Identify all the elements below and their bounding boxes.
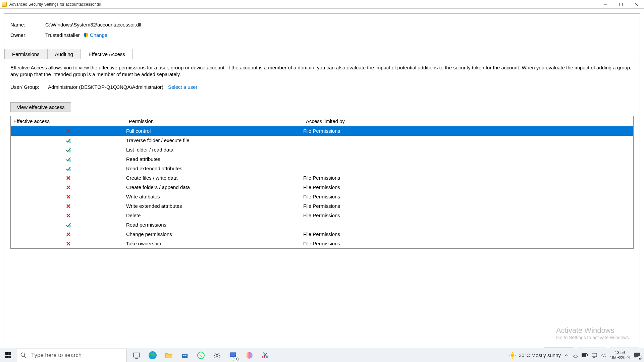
table-row[interactable]: DeleteFile Permissions xyxy=(11,211,633,220)
weather-widget[interactable]: 30°C Mostly sunny xyxy=(509,352,561,359)
owner-label: Owner: xyxy=(10,32,45,38)
svg-point-29 xyxy=(21,353,25,356)
close-button[interactable] xyxy=(629,0,644,9)
permission-cell: Change permissions xyxy=(126,231,303,237)
svg-point-41 xyxy=(246,352,253,359)
tab-auditing[interactable]: Auditing xyxy=(47,49,81,59)
table-row[interactable]: Read extended attributes xyxy=(11,164,633,173)
volume-icon[interactable] xyxy=(601,353,606,358)
watermark-subtitle: Go to Settings to activate Windows. xyxy=(556,335,630,340)
deny-icon xyxy=(11,232,126,237)
table-row[interactable]: Traverse folder / execute file xyxy=(11,136,633,145)
settings-icon[interactable] xyxy=(213,351,221,360)
svg-rect-34 xyxy=(182,354,188,358)
onedrive-icon[interactable] xyxy=(572,353,578,358)
allow-icon xyxy=(11,147,126,153)
sun-icon xyxy=(509,352,516,359)
search-placeholder: Type here to search xyxy=(31,352,82,359)
svg-point-9 xyxy=(68,169,71,171)
tab-effective-access[interactable]: Effective Access xyxy=(81,49,133,59)
table-row[interactable]: List folder / read data xyxy=(11,145,633,155)
change-owner-link[interactable]: Change xyxy=(90,32,108,38)
taskbar-clock[interactable]: 13:59 19/08/2024 xyxy=(610,350,630,360)
table-row[interactable]: Create folders / append dataFile Permiss… xyxy=(11,183,633,192)
table-row[interactable]: Read attributes xyxy=(11,155,633,164)
maximize-button[interactable] xyxy=(613,0,629,9)
whatsapp-icon[interactable] xyxy=(197,351,205,360)
name-label: Name: xyxy=(10,22,45,27)
system-tray[interactable] xyxy=(564,353,606,358)
table-row[interactable]: Full controlFile Permissions xyxy=(11,126,633,136)
allow-icon xyxy=(11,222,126,228)
start-button[interactable] xyxy=(0,348,16,362)
permission-cell: Traverse folder / execute file xyxy=(126,137,303,143)
snipping-tool-icon[interactable] xyxy=(261,351,270,360)
svg-rect-31 xyxy=(133,353,140,357)
permission-cell: Create folders / append data xyxy=(126,184,303,190)
column-permission[interactable]: Permission xyxy=(126,116,303,126)
watermark-title: Activate Windows xyxy=(556,326,630,335)
limited-by-cell: File Permissions xyxy=(303,203,633,209)
folder-icon xyxy=(2,2,7,7)
table-row[interactable]: Write attributesFile Permissions xyxy=(11,192,633,201)
svg-rect-53 xyxy=(582,354,586,357)
tab-permissions[interactable]: Permissions xyxy=(4,49,47,59)
notification-center-icon[interactable]: 2 xyxy=(633,352,641,359)
svg-rect-28 xyxy=(8,356,11,358)
table-row[interactable]: Read permissions xyxy=(11,220,633,230)
allow-icon xyxy=(11,156,126,162)
permission-cell: Write attributes xyxy=(126,194,303,199)
permission-cell: Read attributes xyxy=(126,156,303,162)
task-view-icon[interactable] xyxy=(132,351,141,360)
permission-cell: Read permissions xyxy=(126,222,303,228)
deny-icon xyxy=(11,204,126,208)
permission-cell: Create files / write data xyxy=(126,175,303,181)
view-effective-access-button[interactable]: View effective access xyxy=(10,102,71,112)
select-user-link[interactable]: Select a user xyxy=(168,84,198,90)
clock-time: 13:59 xyxy=(610,350,630,355)
table-row[interactable]: Take ownershipFile Permissions xyxy=(11,239,633,248)
minimize-button[interactable] xyxy=(598,0,613,9)
svg-rect-26 xyxy=(8,352,11,355)
deny-icon xyxy=(11,194,126,199)
svg-point-46 xyxy=(511,354,514,357)
table-row[interactable]: Write extended attributesFile Permission… xyxy=(11,201,633,211)
deny-icon xyxy=(11,213,126,218)
network-icon[interactable] xyxy=(592,353,597,358)
window-titlebar: Advanced Security Settings for accountac… xyxy=(0,0,644,9)
svg-rect-35 xyxy=(183,355,184,356)
shield-icon xyxy=(83,33,89,38)
svg-rect-25 xyxy=(5,352,8,355)
copilot-icon[interactable] xyxy=(245,351,254,360)
chevron-up-icon[interactable] xyxy=(564,353,568,357)
permission-cell: Take ownership xyxy=(126,241,303,246)
notification-badge: 2 xyxy=(638,356,642,360)
user-group-label: User/ Group: xyxy=(10,84,43,90)
svg-point-37 xyxy=(198,352,204,359)
taskbar-search[interactable]: Type here to search xyxy=(16,349,127,362)
table-row[interactable]: Change permissionsFile Permissions xyxy=(11,230,633,239)
microsoft-store-icon[interactable] xyxy=(180,351,189,360)
security-icon[interactable]: 11 xyxy=(229,351,237,360)
effective-access-description: Effective Access allows you to view the … xyxy=(10,64,634,78)
file-explorer-icon[interactable] xyxy=(164,351,173,360)
dialog-content: Name: C:\Windows\System32\accountaccesso… xyxy=(4,13,640,343)
search-icon xyxy=(20,352,26,358)
table-row[interactable]: Create files / write dataFile Permission… xyxy=(11,173,633,183)
battery-icon[interactable] xyxy=(582,353,588,357)
permission-cell: List folder / read data xyxy=(126,147,303,153)
tab-bar: Permissions Auditing Effective Access xyxy=(4,49,640,59)
permission-cell: Delete xyxy=(126,213,303,218)
deny-icon xyxy=(11,185,126,190)
limited-by-cell: File Permissions xyxy=(303,128,633,134)
clock-date: 19/08/2024 xyxy=(610,355,630,360)
edge-icon[interactable] xyxy=(148,351,157,360)
svg-line-30 xyxy=(24,356,26,358)
allow-icon xyxy=(11,166,126,172)
column-access-limited-by[interactable]: Access limited by xyxy=(303,116,633,126)
allow-icon xyxy=(11,137,126,143)
permission-cell: Write extended attributes xyxy=(126,203,303,209)
weather-text: 30°C Mostly sunny xyxy=(519,352,561,358)
svg-rect-39 xyxy=(230,353,236,357)
column-effective-access[interactable]: Effective access xyxy=(11,116,126,126)
